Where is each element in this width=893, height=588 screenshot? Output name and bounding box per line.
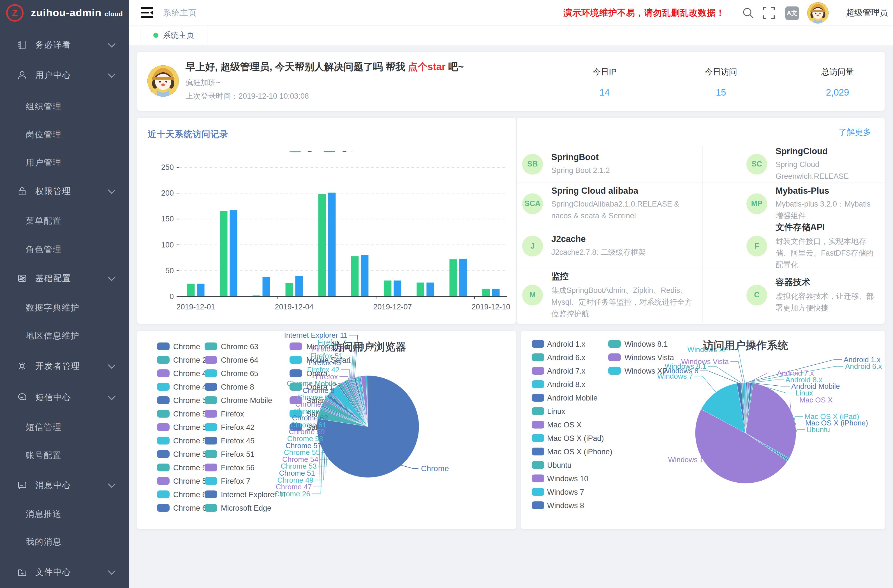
sidebar-item-我的消息[interactable]: 我的消息: [0, 530, 129, 554]
tech-desc: SpringCloudAlibaba2.1.0.RELEASE & nacos …: [551, 198, 692, 222]
svg-text:Linux: Linux: [547, 407, 565, 416]
stat-value: 14: [560, 87, 649, 98]
svg-text:Mac OS X: Mac OS X: [799, 396, 833, 404]
sidebar-item-短信中心[interactable]: 短信中心: [0, 385, 129, 409]
collapse-menu-icon[interactable]: [141, 7, 153, 18]
sidebar-item-基础配置[interactable]: 基础配置: [0, 266, 129, 290]
sidebar-item-label: 短信管理: [26, 421, 62, 433]
greeting-avatar: [147, 65, 179, 97]
user-avatar[interactable]: [807, 2, 828, 24]
svg-text:您: 您: [305, 151, 313, 152]
svg-text:Firefox 7: Firefox 7: [221, 477, 250, 486]
os-legend[interactable]: Android 1.xAndroid 6.xAndroid 7.xAndroid…: [532, 340, 674, 510]
sidebar-item-开发者管理[interactable]: 开发者管理: [0, 354, 129, 378]
gear-icon: [17, 361, 27, 371]
sidebar-item-文件中心[interactable]: 文件中心: [0, 560, 129, 584]
chevron-down-icon: [108, 393, 116, 400]
stat-label: 今日IP: [560, 66, 649, 78]
chevron-down-icon: [108, 274, 116, 281]
tech-name: Spring Cloud alibaba: [551, 186, 692, 196]
sidebar-item-权限管理[interactable]: 权限管理: [0, 179, 129, 203]
stat-label: 今日访问: [676, 66, 766, 78]
visits-chart-card: 近十天系统访问记录 您总数0501001502002502019-12-0120…: [137, 118, 516, 324]
greeting-card: 早上好, 超级管理员, 今天帮别人解决问题了吗 帮我 点个star 吧~ 疯狂加…: [137, 52, 885, 111]
svg-text:Chrome 8: Chrome 8: [221, 383, 254, 391]
svg-text:总数: 总数: [340, 151, 356, 152]
svg-text:150: 150: [161, 215, 174, 223]
app-logo[interactable]: Z zuihou-admincloud: [0, 0, 129, 26]
sidebar-item-label: 文件中心: [35, 566, 71, 578]
stat-value: 2,029: [793, 87, 882, 98]
svg-text:Android 8.x: Android 8.x: [547, 380, 586, 389]
sidebar-item-用户管理[interactable]: 用户管理: [0, 150, 129, 174]
sidebar-item-label: 短信中心: [35, 392, 71, 403]
svg-text:Windows 10: Windows 10: [668, 456, 708, 464]
greeting-mood: 疯狂加班~: [186, 78, 220, 88]
browser-chart-card: ChromeChrome 26Chrome 47Chrome 49Chrome …: [137, 331, 516, 529]
svg-text:Chrome: Chrome: [421, 464, 449, 473]
tech-item-文件存储API: F 文件存储API 封装文件接口，实现本地存储、阿里云、FastDFS存储的配置…: [703, 225, 885, 268]
visits-bar-chart: 您总数0501001502002502019-12-012019-12-0420…: [137, 151, 516, 331]
svg-text:Windows 8.1: Windows 8.1: [624, 340, 668, 348]
sidebar-item-角色管理[interactable]: 角色管理: [0, 238, 129, 262]
tech-badge: MP: [746, 193, 767, 214]
tech-badge: SCA: [522, 193, 543, 214]
tab-bar: 系统主页: [129, 26, 893, 45]
sidebar-item-务必详看[interactable]: 务必详看: [0, 33, 129, 57]
sidebar-item-组织管理[interactable]: 组织管理: [0, 95, 129, 119]
sidebar-item-消息推送[interactable]: 消息推送: [0, 502, 129, 526]
os-pie: [695, 383, 796, 483]
tech-item-SpringCloud: SC SpringCloud Spring Cloud Greenwich.RE…: [703, 146, 885, 182]
sidebar-item-短信管理[interactable]: 短信管理: [0, 415, 129, 439]
tech-name: J2cache: [551, 234, 646, 244]
notebook-icon: [17, 40, 27, 50]
stat-今日访问: 今日访问15: [676, 52, 766, 98]
svg-text:2019-12-10: 2019-12-10: [471, 303, 510, 311]
tech-name: 文件存储API: [776, 221, 875, 233]
os-chart-card: Android 1.xAndroid 6.xAndroid 7.xAndroid…: [521, 331, 885, 529]
chevron-down-icon: [108, 186, 116, 194]
svg-text:0: 0: [170, 292, 174, 301]
breadcrumb[interactable]: 系统主页: [163, 0, 197, 26]
svg-text:Windows 8: Windows 8: [547, 501, 584, 510]
fullscreen-icon[interactable]: [762, 6, 775, 20]
svg-text:Mac OS X (iPhone): Mac OS X (iPhone): [547, 448, 612, 456]
tech-desc: 集成SpringBootAdmin、Zipkin、Redis、Mysql、定时任…: [551, 284, 692, 320]
tech-badge: M: [522, 285, 543, 305]
tech-item-Spring Cloud alibaba: SCA Spring Cloud alibaba SpringCloudAlib…: [517, 182, 703, 225]
sidebar-item-用户中心[interactable]: 用户中心: [0, 63, 129, 87]
sidebar-item-数据字典维护[interactable]: 数据字典维护: [0, 296, 129, 320]
tech-desc: 虚拟化容器技术，让迁移、部署更加方便快捷: [776, 290, 875, 314]
svg-text:250: 250: [161, 163, 174, 171]
tech-desc: Mybatis-plus 3.2.0：Mybatis 增强组件: [776, 198, 875, 222]
svg-text:Mac OS X (iPad): Mac OS X (iPad): [547, 434, 604, 442]
sidebar-item-岗位管理[interactable]: 岗位管理: [0, 122, 129, 147]
tech-badge: SB: [522, 154, 543, 174]
sidebar-item-地区信息维护[interactable]: 地区信息维护: [0, 324, 129, 348]
search-icon[interactable]: [742, 6, 755, 20]
chevron-down-icon: [108, 361, 116, 369]
svg-text:Microsoft Edge: Microsoft Edge: [221, 504, 271, 512]
sidebar-item-label: 我的消息: [26, 536, 62, 547]
stat-label: 总访问量: [793, 66, 882, 78]
last-login: 上次登录时间：2019-12-10 10:03:08: [186, 91, 309, 101]
stat-value: 15: [676, 87, 766, 98]
visits-legend[interactable]: 您总数: [289, 151, 356, 152]
lock-icon: [17, 186, 27, 196]
sidebar-item-菜单配置[interactable]: 菜单配置: [0, 209, 129, 233]
tech-grid: SB SpringBoot Spring Boot 2.1.2SC Spring…: [517, 146, 885, 322]
username[interactable]: 超级管理员: [846, 0, 888, 26]
sidebar: Z zuihou-admincloud 务必详看用户中心组织管理岗位管理用户管理…: [0, 0, 129, 588]
tab-system-home[interactable]: 系统主页: [140, 26, 207, 45]
sidebar-item-消息中心[interactable]: 消息中心: [0, 473, 129, 497]
star-link[interactable]: 点个star: [408, 61, 445, 72]
visits-chart-title: 近十天系统访问记录: [148, 128, 229, 140]
chevron-down-icon: [108, 480, 116, 488]
sidebar-item-label: 基础配置: [35, 273, 71, 284]
svg-text:Chrome Mobile: Chrome Mobile: [221, 396, 272, 405]
font-size-icon[interactable]: A文: [785, 6, 799, 20]
sidebar-item-账号配置[interactable]: 账号配置: [0, 444, 129, 468]
learn-more-link[interactable]: 了解更多: [839, 127, 871, 138]
sidebar-item-label: 开发者管理: [35, 361, 80, 372]
tech-stack-card: 了解更多 SB SpringBoot Spring Boot 2.1.2SC S…: [517, 118, 885, 324]
